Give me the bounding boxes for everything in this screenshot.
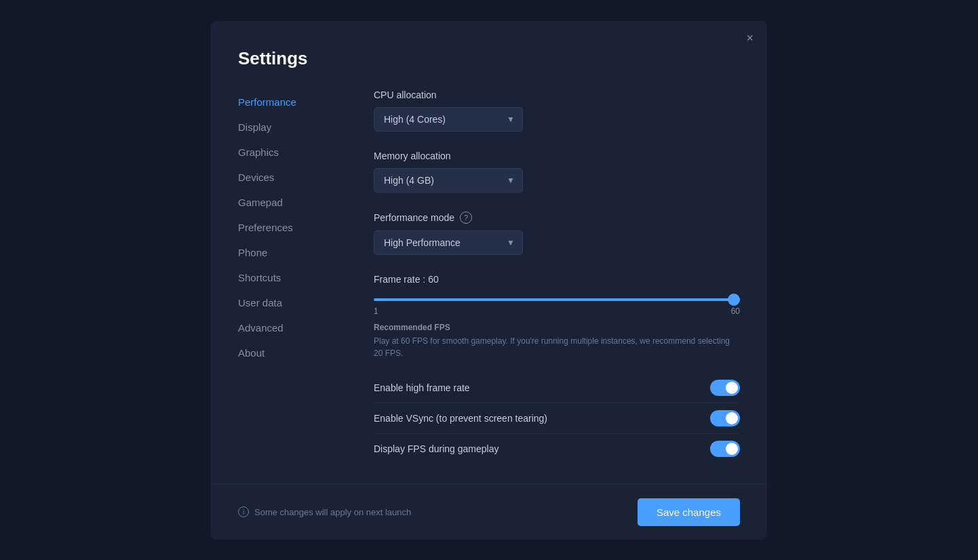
cpu-allocation-section: CPU allocation Low (1 Core)Medium (2 Cor… (374, 89, 740, 132)
modal-title: Settings (211, 48, 767, 89)
footer-note-text: Some changes will apply on next launch (254, 507, 411, 517)
performance-mode-select-wrapper: BalancedHigh PerformancePower Saving ▼ (374, 231, 523, 255)
cpu-allocation-select-wrapper: Low (1 Core)Medium (2 Cores)High (4 Core… (374, 107, 523, 132)
performance-mode-row: Performance mode ? (374, 212, 740, 224)
toggles-section: Enable high frame rateEnable VSync (to p… (374, 373, 740, 464)
performance-mode-help-icon[interactable]: ? (460, 212, 472, 224)
footer-note: i Some changes will apply on next launch (238, 506, 411, 517)
sidebar-item-about[interactable]: About (238, 340, 347, 365)
toggle-switch-vsync[interactable] (710, 410, 740, 426)
memory-allocation-section: Memory allocation Low (1 GB)Medium (2 GB… (374, 151, 740, 193)
recommended-fps-desc: Play at 60 FPS for smooth gameplay. If y… (374, 335, 740, 359)
toggle-row-high-frame-rate: Enable high frame rate (374, 373, 740, 403)
toggle-switch-display-fps[interactable] (710, 441, 740, 457)
sidebar-item-shortcuts[interactable]: Shortcuts (238, 265, 347, 290)
memory-allocation-select-wrapper: Low (1 GB)Medium (2 GB)High (4 GB)Very H… (374, 168, 523, 193)
frame-rate-section: Frame rate : 60 1 60 Recommended FPS Pla… (374, 274, 740, 359)
cpu-allocation-select[interactable]: Low (1 Core)Medium (2 Cores)High (4 Core… (374, 107, 523, 132)
performance-mode-select[interactable]: BalancedHigh PerformancePower Saving (374, 231, 523, 255)
sidebar-item-display[interactable]: Display (238, 115, 347, 140)
toggle-label-vsync: Enable VSync (to prevent screen tearing) (374, 413, 547, 424)
settings-modal: × Settings PerformanceDisplayGraphicsDev… (211, 21, 767, 540)
frame-rate-range-labels: 1 60 (374, 306, 740, 316)
frame-rate-slider-container (374, 292, 740, 304)
sidebar-item-advanced[interactable]: Advanced (238, 315, 347, 340)
settings-footer: i Some changes will apply on next launch… (211, 484, 767, 540)
close-button[interactable]: × (746, 32, 754, 44)
footer-info-icon: i (238, 506, 249, 517)
sidebar-item-performance[interactable]: Performance (238, 89, 347, 115)
memory-allocation-select[interactable]: Low (1 GB)Medium (2 GB)High (4 GB)Very H… (374, 168, 523, 193)
sidebar-item-devices[interactable]: Devices (238, 165, 347, 190)
modal-body: PerformanceDisplayGraphicsDevicesGamepad… (211, 89, 767, 477)
toggle-label-display-fps: Display FPS during gameplay (374, 443, 498, 454)
sidebar-item-gamepad[interactable]: Gamepad (238, 190, 347, 215)
content-area: CPU allocation Low (1 Core)Medium (2 Cor… (347, 89, 767, 477)
toggle-label-high-frame-rate: Enable high frame rate (374, 382, 470, 393)
frame-rate-slider[interactable] (374, 298, 740, 301)
sidebar-item-user-data[interactable]: User data (238, 290, 347, 315)
performance-mode-label: Performance mode (374, 212, 454, 223)
performance-mode-section: Performance mode ? BalancedHigh Performa… (374, 212, 740, 255)
sidebar-item-graphics[interactable]: Graphics (238, 140, 347, 165)
frame-rate-max-label: 60 (731, 306, 740, 316)
frame-rate-min-label: 1 (374, 306, 378, 316)
toggle-row-vsync: Enable VSync (to prevent screen tearing) (374, 403, 740, 434)
cpu-allocation-label: CPU allocation (374, 89, 740, 100)
recommended-fps-title: Recommended FPS (374, 323, 740, 332)
sidebar-item-phone[interactable]: Phone (238, 240, 347, 265)
save-button[interactable]: Save changes (638, 498, 740, 526)
toggle-switch-high-frame-rate[interactable] (710, 380, 740, 396)
sidebar: PerformanceDisplayGraphicsDevicesGamepad… (211, 89, 347, 477)
toggle-row-display-fps: Display FPS during gameplay (374, 434, 740, 464)
frame-rate-label: Frame rate : 60 (374, 274, 740, 285)
memory-allocation-label: Memory allocation (374, 151, 740, 161)
sidebar-item-preferences[interactable]: Preferences (238, 215, 347, 240)
